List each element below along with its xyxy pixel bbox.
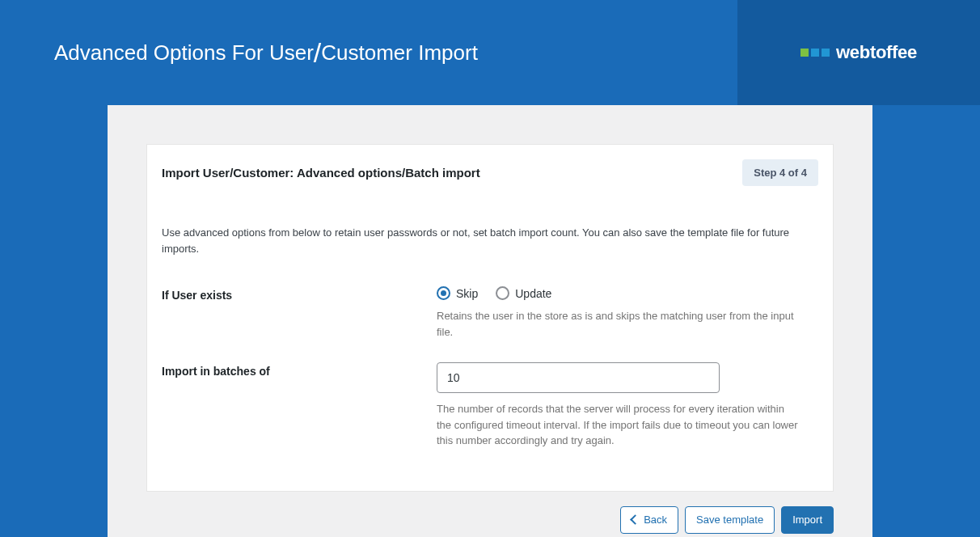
batch-size-help: The number of records that the server wi… xyxy=(437,401,800,449)
save-template-label: Save template xyxy=(696,514,763,526)
radio-update-label: Update xyxy=(515,287,551,300)
panel-heading: Import User/Customer: Advanced options/B… xyxy=(162,166,480,180)
footer-actions: Back Save template Import xyxy=(146,492,834,534)
radio-update[interactable]: Update xyxy=(496,286,551,300)
batch-size-control: The number of records that the server wi… xyxy=(437,362,818,449)
user-exists-control: Skip Update Retains the user in the stor… xyxy=(437,286,818,340)
import-button-label: Import xyxy=(792,514,822,526)
logo-mark-icon xyxy=(800,49,830,57)
radio-unchecked-icon xyxy=(496,286,509,300)
user-exists-radio-group: Skip Update xyxy=(437,286,818,300)
save-template-button[interactable]: Save template xyxy=(685,506,775,534)
panel-header: Import User/Customer: Advanced options/B… xyxy=(147,145,833,199)
radio-skip[interactable]: Skip xyxy=(437,286,478,300)
user-exists-label: If User exists xyxy=(162,286,437,340)
batch-size-row: Import in batches of The number of recor… xyxy=(162,362,818,449)
content-frame: Import User/Customer: Advanced options/B… xyxy=(108,105,872,537)
import-button[interactable]: Import xyxy=(781,506,834,534)
user-exists-row: If User exists Skip Update xyxy=(162,286,818,340)
user-exists-help: Retains the user in the store as is and … xyxy=(437,308,800,340)
step-badge: Step 4 of 4 xyxy=(742,159,818,186)
settings-panel: Import User/Customer: Advanced options/B… xyxy=(146,144,834,492)
radio-skip-label: Skip xyxy=(456,287,478,300)
back-button-label: Back xyxy=(644,514,667,526)
brand-banner: webtoffee xyxy=(737,0,980,105)
chevron-left-icon xyxy=(630,514,640,525)
brand-name: webtoffee xyxy=(836,42,917,63)
page-title: Advanced Options For User/Customer Impor… xyxy=(54,39,478,70)
back-button[interactable]: Back xyxy=(620,506,678,534)
batch-size-label: Import in batches of xyxy=(162,362,437,449)
radio-checked-icon xyxy=(437,286,450,300)
panel-description: Use advanced options from below to retai… xyxy=(162,225,818,257)
panel-body: Use advanced options from below to retai… xyxy=(147,225,833,491)
brand-logo: webtoffee xyxy=(800,42,917,63)
batch-size-input[interactable] xyxy=(437,362,720,393)
